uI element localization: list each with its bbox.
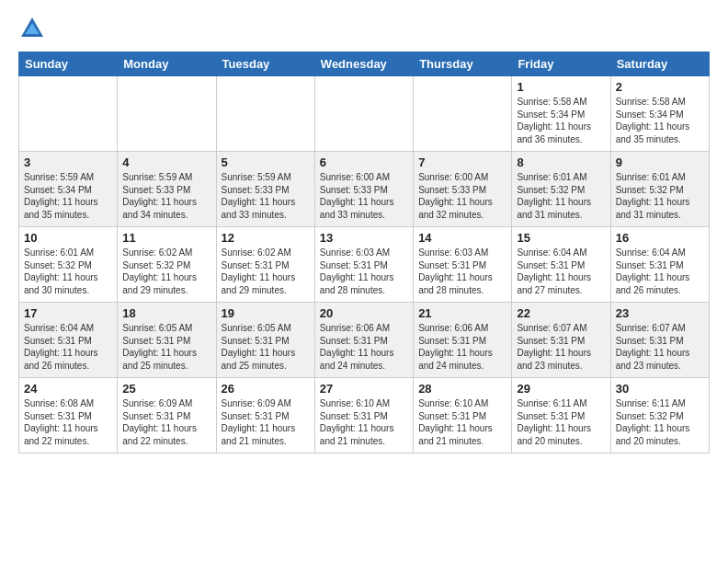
calendar-cell: 24Sunrise: 6:08 AM Sunset: 5:31 PM Dayli… [19,378,118,454]
day-number: 3 [24,155,112,169]
day-number: 12 [222,231,310,245]
day-number: 10 [24,231,112,245]
weekday-header-tuesday: Tuesday [216,52,314,76]
day-number: 17 [24,306,112,320]
day-number: 26 [222,382,310,396]
calendar-cell [118,76,216,152]
day-number: 1 [517,80,605,94]
day-number: 28 [418,382,506,396]
day-number: 27 [320,382,408,396]
calendar-cell: 18Sunrise: 6:05 AM Sunset: 5:31 PM Dayli… [118,303,216,378]
calendar-cell: 4Sunrise: 5:59 AM Sunset: 5:33 PM Daylig… [118,152,216,227]
day-info: Sunrise: 6:04 AM Sunset: 5:31 PM Dayligh… [24,322,112,372]
weekday-header-row: SundayMondayTuesdayWednesdayThursdayFrid… [19,52,710,76]
calendar-cell: 20Sunrise: 6:06 AM Sunset: 5:31 PM Dayli… [314,303,413,378]
day-number: 20 [320,306,408,320]
calendar-cell: 23Sunrise: 6:07 AM Sunset: 5:31 PM Dayli… [610,303,709,378]
calendar-cell: 19Sunrise: 6:05 AM Sunset: 5:31 PM Dayli… [216,303,314,378]
calendar-cell: 15Sunrise: 6:04 AM Sunset: 5:31 PM Dayli… [512,227,610,303]
weekday-header-wednesday: Wednesday [314,52,413,76]
day-number: 9 [616,155,704,169]
day-info: Sunrise: 6:02 AM Sunset: 5:31 PM Dayligh… [222,247,310,296]
day-info: Sunrise: 6:06 AM Sunset: 5:31 PM Dayligh… [418,322,506,372]
calendar-week-row: 3Sunrise: 5:59 AM Sunset: 5:34 PM Daylig… [19,152,710,227]
day-number: 23 [616,306,704,320]
calendar-cell: 9Sunrise: 6:01 AM Sunset: 5:32 PM Daylig… [610,152,709,227]
day-number: 14 [418,231,506,245]
day-info: Sunrise: 6:00 AM Sunset: 5:33 PM Dayligh… [320,171,408,221]
day-info: Sunrise: 6:05 AM Sunset: 5:31 PM Dayligh… [122,322,210,372]
day-info: Sunrise: 6:10 AM Sunset: 5:31 PM Dayligh… [418,397,506,447]
day-number: 8 [517,155,605,169]
day-number: 6 [320,155,408,169]
calendar-cell: 16Sunrise: 6:04 AM Sunset: 5:31 PM Dayli… [610,227,709,303]
calendar-week-row: 1Sunrise: 5:58 AM Sunset: 5:34 PM Daylig… [19,76,710,152]
day-info: Sunrise: 6:10 AM Sunset: 5:31 PM Dayligh… [320,397,408,447]
calendar-cell: 3Sunrise: 5:59 AM Sunset: 5:34 PM Daylig… [19,152,118,227]
day-info: Sunrise: 6:01 AM Sunset: 5:32 PM Dayligh… [24,247,112,296]
day-number: 11 [122,231,210,245]
day-number: 21 [418,306,506,320]
calendar-week-row: 24Sunrise: 6:08 AM Sunset: 5:31 PM Dayli… [19,378,710,454]
day-number: 5 [222,155,310,169]
calendar-cell: 13Sunrise: 6:03 AM Sunset: 5:31 PM Dayli… [314,227,413,303]
calendar-cell: 29Sunrise: 6:11 AM Sunset: 5:31 PM Dayli… [512,378,610,454]
calendar-cell: 12Sunrise: 6:02 AM Sunset: 5:31 PM Dayli… [216,227,314,303]
day-info: Sunrise: 6:11 AM Sunset: 5:31 PM Dayligh… [517,397,605,447]
logo [18,15,50,42]
calendar-cell: 25Sunrise: 6:09 AM Sunset: 5:31 PM Dayli… [118,378,216,454]
day-info: Sunrise: 6:00 AM Sunset: 5:33 PM Dayligh… [418,171,506,221]
day-info: Sunrise: 5:58 AM Sunset: 5:34 PM Dayligh… [517,96,605,145]
day-number: 18 [122,306,210,320]
day-number: 25 [122,382,210,396]
page: SundayMondayTuesdayWednesdayThursdayFrid… [0,0,728,468]
day-info: Sunrise: 5:59 AM Sunset: 5:34 PM Dayligh… [24,171,112,221]
calendar-cell [216,76,314,152]
calendar-cell: 10Sunrise: 6:01 AM Sunset: 5:32 PM Dayli… [19,227,118,303]
day-info: Sunrise: 6:01 AM Sunset: 5:32 PM Dayligh… [517,171,605,221]
day-info: Sunrise: 6:08 AM Sunset: 5:31 PM Dayligh… [24,397,112,447]
calendar-cell: 26Sunrise: 6:09 AM Sunset: 5:31 PM Dayli… [216,378,314,454]
weekday-header-sunday: Sunday [19,52,118,76]
day-info: Sunrise: 6:04 AM Sunset: 5:31 PM Dayligh… [616,247,704,296]
calendar-cell [19,76,118,152]
day-info: Sunrise: 6:07 AM Sunset: 5:31 PM Dayligh… [616,322,704,372]
day-number: 2 [616,80,704,94]
calendar-cell: 22Sunrise: 6:07 AM Sunset: 5:31 PM Dayli… [512,303,610,378]
day-number: 19 [222,306,310,320]
day-info: Sunrise: 6:09 AM Sunset: 5:31 PM Dayligh… [122,397,210,447]
day-number: 22 [517,306,605,320]
weekday-header-friday: Friday [512,52,610,76]
weekday-header-monday: Monday [118,52,216,76]
calendar-cell: 30Sunrise: 6:11 AM Sunset: 5:32 PM Dayli… [610,378,709,454]
day-info: Sunrise: 5:59 AM Sunset: 5:33 PM Dayligh… [222,171,310,221]
calendar-cell: 5Sunrise: 5:59 AM Sunset: 5:33 PM Daylig… [216,152,314,227]
day-info: Sunrise: 6:02 AM Sunset: 5:32 PM Dayligh… [122,247,210,296]
day-info: Sunrise: 6:07 AM Sunset: 5:31 PM Dayligh… [517,322,605,372]
day-number: 24 [24,382,112,396]
day-info: Sunrise: 6:06 AM Sunset: 5:31 PM Dayligh… [320,322,408,372]
day-info: Sunrise: 6:09 AM Sunset: 5:31 PM Dayligh… [222,397,310,447]
day-number: 7 [418,155,506,169]
calendar-table: SundayMondayTuesdayWednesdayThursdayFrid… [18,52,710,454]
calendar-cell: 17Sunrise: 6:04 AM Sunset: 5:31 PM Dayli… [19,303,118,378]
calendar-cell [414,76,512,152]
calendar-cell: 7Sunrise: 6:00 AM Sunset: 5:33 PM Daylig… [414,152,512,227]
calendar-week-row: 17Sunrise: 6:04 AM Sunset: 5:31 PM Dayli… [19,303,710,378]
weekday-header-saturday: Saturday [610,52,709,76]
day-number: 15 [517,231,605,245]
calendar-cell: 21Sunrise: 6:06 AM Sunset: 5:31 PM Dayli… [414,303,512,378]
calendar-cell: 14Sunrise: 6:03 AM Sunset: 5:31 PM Dayli… [414,227,512,303]
logo-icon [18,15,46,42]
day-number: 4 [122,155,210,169]
calendar-cell: 27Sunrise: 6:10 AM Sunset: 5:31 PM Dayli… [314,378,413,454]
day-info: Sunrise: 6:03 AM Sunset: 5:31 PM Dayligh… [418,247,506,296]
calendar-cell: 6Sunrise: 6:00 AM Sunset: 5:33 PM Daylig… [314,152,413,227]
day-number: 13 [320,231,408,245]
day-info: Sunrise: 6:01 AM Sunset: 5:32 PM Dayligh… [616,171,704,221]
header [18,15,710,42]
day-number: 16 [616,231,704,245]
calendar-cell: 2Sunrise: 5:58 AM Sunset: 5:34 PM Daylig… [610,76,709,152]
calendar-cell [314,76,413,152]
day-info: Sunrise: 5:59 AM Sunset: 5:33 PM Dayligh… [122,171,210,221]
